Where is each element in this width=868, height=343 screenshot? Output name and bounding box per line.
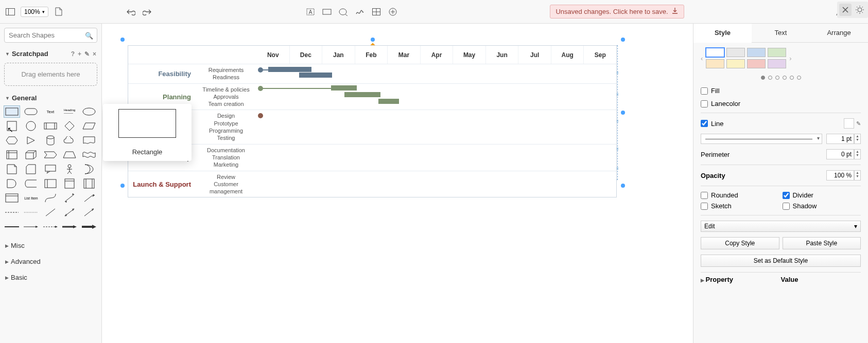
edit-icon[interactable]: ✎ [84,50,90,58]
add-icon[interactable]: + [78,50,81,58]
gantt-row-launch[interactable]: Launch & Support Review Customer managem… [128,171,616,197]
shape-bidir-line[interactable] [62,207,77,218]
panels-icon[interactable] [4,6,16,18]
category-advanced[interactable]: ▶Advanced [4,254,97,269]
line-color-swatch[interactable] [844,118,854,129]
selection-handle[interactable] [120,184,125,188]
color-swatch[interactable] [768,59,786,68]
theme-icon[interactable] [854,4,866,16]
gantt-bar[interactable] [299,73,332,78]
rounded-checkbox[interactable] [701,192,708,199]
color-swatch[interactable] [706,48,724,57]
shape-trapezoid[interactable] [62,149,77,160]
opacity-stepper[interactable]: ▲▼ [854,170,861,180]
selection-handle[interactable] [120,38,125,42]
shape-container-h[interactable] [43,178,58,189]
redo-icon[interactable] [141,6,153,18]
shape-link-thick[interactable] [62,221,77,232]
text-tool-icon[interactable]: A [304,6,317,18]
palette-next-icon[interactable]: › [789,55,791,62]
scratchpad-drop[interactable]: Drag elements here [4,63,97,86]
tab-style[interactable]: Style [693,24,752,43]
shape-card[interactable] [23,164,39,175]
selection-handle[interactable] [371,38,375,42]
shape-ellipse[interactable] [81,106,97,117]
search-icon[interactable]: 🔍 [85,31,93,39]
save-banner[interactable]: Unsaved changes. Click here to save. [550,5,684,19]
category-misc[interactable]: ▶Misc [4,238,97,254]
shape-triangle[interactable] [23,135,39,146]
shape-tape[interactable] [81,149,97,160]
color-swatch[interactable] [768,48,786,57]
color-swatch[interactable] [747,48,766,57]
shape-step[interactable] [43,149,58,160]
line-width-stepper[interactable]: ▲▼ [854,134,861,144]
gantt-row-development[interactable]: ment Design Prototype Programming Testin… [128,110,616,144]
shape-arrow[interactable] [81,192,97,204]
edit-dropdown[interactable]: Edit▾ [701,221,861,232]
shape-bidir-arrow[interactable] [62,192,77,204]
shape-internal-storage[interactable] [4,149,20,160]
close-icon[interactable]: × [93,50,96,58]
page-dot[interactable] [768,76,772,80]
shape-link-thin-arrow[interactable] [23,221,39,232]
shape-callout[interactable] [43,164,58,175]
shape-diamond[interactable] [62,120,77,132]
general-section[interactable]: ▼ General [4,92,97,104]
color-swatch[interactable] [726,48,745,57]
page-dot[interactable] [775,76,779,80]
plus-tool-icon[interactable] [387,6,399,18]
table-tool-icon[interactable] [370,6,383,18]
color-swatch[interactable] [726,59,745,68]
lanecolor-checkbox[interactable] [701,100,708,107]
shape-rounded-rect[interactable] [23,106,39,117]
color-swatch[interactable] [706,59,724,68]
line-width-input[interactable] [826,134,854,144]
pencil-icon[interactable]: ✎ [856,120,861,127]
line-checkbox[interactable] [701,120,708,127]
shape-process[interactable] [43,120,58,132]
canvas[interactable]: ≡ ≡ ≡ ≡ ≡ Nov Dec Jan Feb Mar Apr May Ju… [102,24,693,343]
shape-list[interactable] [4,192,20,204]
gantt-row-planning[interactable]: Planning Timeline & policies Approvals T… [128,84,616,111]
opacity-input[interactable] [826,170,854,180]
shape-list-item[interactable]: List Item [23,192,39,204]
copy-style-button[interactable]: Copy Style [701,237,779,249]
shape-cylinder[interactable] [43,135,58,146]
selection-handle[interactable] [621,111,625,115]
shape-link-block-arrow[interactable] [81,221,97,232]
shape-parallelogram[interactable] [81,120,97,132]
shape-datastore[interactable] [23,178,39,189]
paste-style-button[interactable]: Paste Style [783,237,861,249]
palette-prev-icon[interactable]: ‹ [701,55,703,62]
fill-checkbox[interactable] [701,87,708,95]
ellipse-tool-icon[interactable] [337,6,350,18]
set-default-style-button[interactable]: Set as Default Style [701,255,861,267]
shape-dir-line[interactable] [81,207,97,218]
shape-actor[interactable] [62,164,77,175]
shape-container-double[interactable] [81,178,97,189]
gantt-bar[interactable] [378,99,399,104]
page-dot[interactable] [797,76,801,80]
shape-or[interactable] [81,164,97,175]
gantt-bar[interactable] [268,67,311,72]
shape-note[interactable] [4,164,20,175]
shape-and[interactable] [4,178,20,189]
new-page-icon[interactable] [53,6,65,18]
shape-cube[interactable] [23,149,39,160]
divider-checkbox[interactable] [783,192,790,199]
gantt-bar[interactable] [331,85,357,91]
shape-link-dash-arrow[interactable] [43,221,58,232]
shape-square[interactable] [4,120,20,132]
selection-handle[interactable] [621,184,625,188]
page-dot[interactable] [783,76,787,80]
category-basic[interactable]: ▶Basic [4,269,97,285]
shadow-checkbox[interactable] [783,203,790,210]
search-shapes-input[interactable] [4,28,97,43]
help-icon[interactable]: ? [71,50,75,58]
shape-link-solid[interactable] [4,221,20,232]
freehand-tool-icon[interactable] [354,6,366,18]
perimeter-input[interactable] [826,149,854,159]
shape-container-v[interactable] [62,178,77,189]
shape-document[interactable] [81,135,97,146]
